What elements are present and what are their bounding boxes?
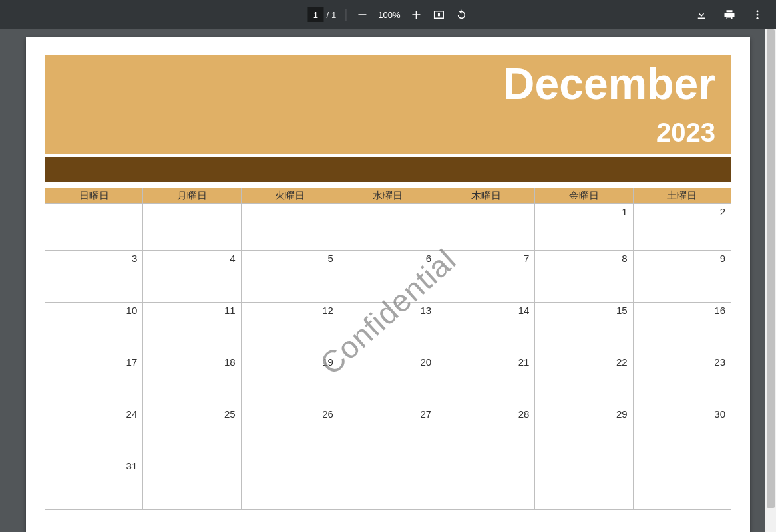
day-header: 木曜日 [437, 188, 535, 204]
day-header: 水曜日 [339, 188, 437, 204]
calendar-row: 24252627282930 [45, 406, 731, 458]
calendar-month: December [503, 62, 715, 106]
calendar-cell [241, 204, 339, 251]
calendar-cell [535, 458, 633, 510]
calendar-cell: 9 [633, 251, 731, 303]
calendar-cell: 21 [437, 354, 535, 406]
svg-rect-2 [416, 11, 417, 19]
pdf-viewport: December 2023 日曜日 月曜日 火曜日 水曜日 木曜日 金曜日 土曜… [0, 29, 776, 532]
calendar-cell [143, 458, 241, 510]
pdf-toolbar: / 1 100% [0, 0, 776, 29]
day-header: 土曜日 [633, 188, 731, 204]
page-total: 1 [331, 10, 336, 20]
calendar-cell: 25 [143, 406, 241, 458]
svg-point-6 [757, 14, 759, 16]
calendar-cell [143, 204, 241, 251]
calendar-cell [339, 204, 437, 251]
day-header: 金曜日 [535, 188, 633, 204]
calendar-cell: 17 [45, 354, 143, 406]
calendar-row: 12 [45, 204, 731, 251]
zoom-out-icon[interactable] [355, 8, 369, 21]
calendar-cell: 6 [339, 251, 437, 303]
calendar-cell: 5 [241, 251, 339, 303]
calendar-table: 日曜日 月曜日 火曜日 水曜日 木曜日 金曜日 土曜日 123456789101… [45, 188, 731, 510]
download-icon[interactable] [695, 8, 708, 21]
svg-rect-4 [438, 13, 440, 17]
calendar-cell: 18 [143, 354, 241, 406]
day-header: 日曜日 [45, 188, 143, 204]
calendar-cell: 22 [535, 354, 633, 406]
calendar-row: 10111213141516 [45, 303, 731, 354]
toolbar-right [695, 8, 768, 21]
svg-rect-0 [358, 14, 366, 15]
calendar-cell: 29 [535, 406, 633, 458]
svg-point-7 [757, 17, 759, 19]
more-menu-icon[interactable] [751, 8, 764, 21]
calendar-cell: 16 [633, 303, 731, 354]
spacer [45, 182, 731, 188]
svg-point-5 [757, 10, 759, 12]
calendar-cell: 8 [535, 251, 633, 303]
page-sep: / [326, 10, 329, 20]
calendar-cell [437, 204, 535, 251]
calendar-cell [437, 458, 535, 510]
calendar-cell [633, 458, 731, 510]
calendar-subheader-strip [45, 157, 731, 182]
calendar-cell: 14 [437, 303, 535, 354]
calendar-cell: 28 [437, 406, 535, 458]
zoom-level: 100% [378, 10, 400, 20]
calendar-row: 31 [45, 458, 731, 510]
calendar-year: 2023 [656, 118, 715, 148]
rotate-icon[interactable] [455, 8, 469, 21]
vertical-scrollbar[interactable] [765, 29, 776, 532]
scrollbar-thumb[interactable] [767, 29, 775, 508]
calendar-cell: 24 [45, 406, 143, 458]
fit-page-icon[interactable] [433, 8, 446, 21]
calendar-cell: 4 [143, 251, 241, 303]
page-indicator: / 1 [307, 7, 336, 22]
separator [345, 9, 346, 21]
day-header: 月曜日 [143, 188, 241, 204]
zoom-in-icon[interactable] [410, 8, 423, 21]
calendar-cell: 23 [633, 354, 731, 406]
calendar-cell: 12 [241, 303, 339, 354]
calendar-cell: 20 [339, 354, 437, 406]
print-icon[interactable] [723, 8, 736, 21]
day-header: 火曜日 [241, 188, 339, 204]
calendar-cell: 31 [45, 458, 143, 510]
calendar-cell [241, 458, 339, 510]
calendar-header: December 2023 [45, 55, 731, 154]
calendar-cell: 19 [241, 354, 339, 406]
calendar-cell: 1 [535, 204, 633, 251]
calendar-row: 17181920212223 [45, 354, 731, 406]
calendar-cell: 7 [437, 251, 535, 303]
calendar-cell: 11 [143, 303, 241, 354]
calendar-header-row: 日曜日 月曜日 火曜日 水曜日 木曜日 金曜日 土曜日 [45, 188, 731, 204]
calendar-cell [45, 204, 143, 251]
calendar-cell: 2 [633, 204, 731, 251]
calendar-cell: 13 [339, 303, 437, 354]
calendar-cell [339, 458, 437, 510]
calendar-cell: 30 [633, 406, 731, 458]
calendar-row: 3456789 [45, 251, 731, 303]
page-number-input[interactable] [307, 7, 323, 22]
calendar-cell: 26 [241, 406, 339, 458]
calendar-cell: 3 [45, 251, 143, 303]
calendar-cell: 10 [45, 303, 143, 354]
pdf-page: December 2023 日曜日 月曜日 火曜日 水曜日 木曜日 金曜日 土曜… [26, 37, 750, 532]
zoom-controls: 100% [355, 8, 423, 21]
toolbar-center: / 1 100% [307, 7, 468, 22]
calendar-cell: 15 [535, 303, 633, 354]
calendar-cell: 27 [339, 406, 437, 458]
